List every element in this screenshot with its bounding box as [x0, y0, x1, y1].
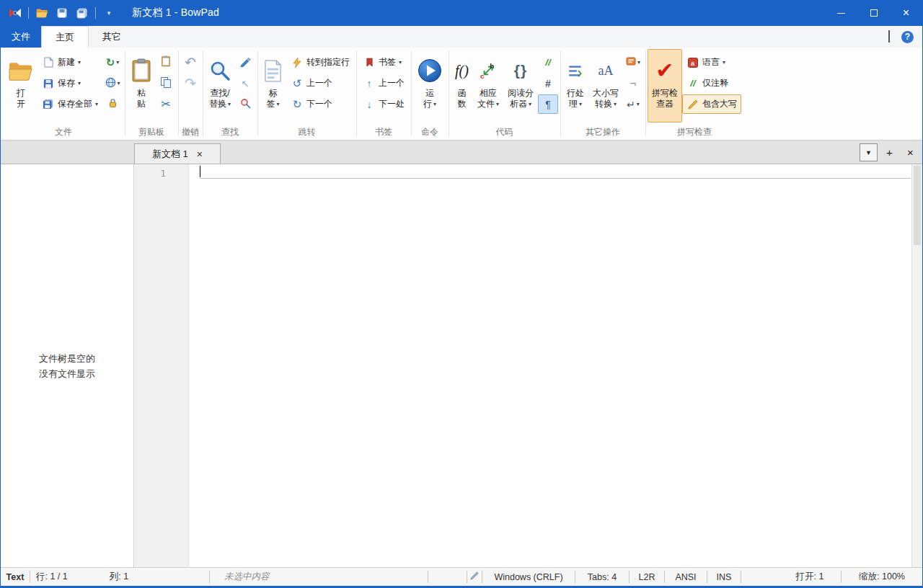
redo-button[interactable]: ↷ — [180, 74, 200, 93]
doc-state-pen-icon — [470, 571, 479, 582]
tab-list-button[interactable]: ▼ — [860, 143, 878, 161]
bookmark-next-button[interactable]: ↓ 下一处 — [358, 94, 409, 114]
goto-line-button[interactable]: 转到指定行 — [286, 53, 354, 72]
status-text-direction[interactable]: L2R — [630, 568, 664, 586]
ribbon-group-code: f() 函 数 hc 相应 文件▾ {} 阅读分 析器▾ — [449, 48, 560, 140]
close-active-tab-button[interactable]: × — [901, 143, 919, 161]
vertical-scrollbar[interactable] — [911, 164, 922, 567]
arrow-up-left-icon: ↖ — [241, 78, 249, 89]
trim-button[interactable]: ¬ — [623, 74, 643, 93]
status-tab-width[interactable]: Tabs: 4 — [575, 568, 629, 586]
svg-text:c: c — [480, 72, 485, 79]
lexer-label-line1: 阅读分 — [508, 88, 534, 99]
document-tab[interactable]: 新文档 1 × — [134, 143, 221, 164]
reload-button[interactable]: ↻ ▾ — [102, 53, 123, 72]
block-comment-button[interactable]: # — [538, 74, 558, 93]
group-label-other-ops: 其它操作 — [562, 127, 643, 139]
bookmark-previous-button[interactable]: ↑ 上一个 — [358, 74, 409, 93]
status-zoom[interactable]: 缩放: 100% — [842, 568, 922, 586]
app-logo-icon[interactable] — [8, 4, 22, 22]
dropdown-caret-icon: ▾ — [579, 99, 582, 110]
globe-icon — [105, 77, 116, 90]
help-button[interactable]: ? — [901, 31, 914, 43]
maximize-button[interactable] — [857, 0, 890, 26]
save-icon — [42, 79, 55, 89]
line-operations-button[interactable]: 行处 理▾ — [562, 49, 588, 122]
tab-file[interactable]: 文件 — [1, 26, 41, 48]
cut-button[interactable]: ✂ — [156, 94, 176, 114]
find-in-files-button[interactable] — [235, 94, 255, 114]
dropdown-caret-icon: ▾ — [116, 59, 119, 66]
tab-bar-spacer — [1, 141, 134, 164]
qa-customize-caret-icon[interactable]: ▾ — [102, 4, 116, 22]
goto-next-label: 下一个 — [306, 98, 332, 110]
ribbon-group-bookmarks: 书签 ▾ ↑ 上一个 ↓ 下一处 书签 — [356, 48, 411, 140]
save-button[interactable]: 保存 ▾ — [37, 74, 102, 93]
dropdown-caret-icon: ▾ — [637, 59, 640, 66]
titlebar-separator — [95, 7, 96, 19]
line-number-gutter[interactable]: 1 — [134, 164, 189, 567]
bookmark-button[interactable]: 书签 ▾ — [358, 53, 409, 72]
collapse-ribbon-button[interactable] — [888, 32, 890, 43]
comments-only-button[interactable]: // 仅注释 — [682, 74, 741, 93]
paste-button[interactable]: 粘 贴 — [127, 49, 156, 122]
scrollbar-thumb[interactable] — [914, 166, 921, 245]
editor-surface[interactable] — [189, 164, 911, 567]
counterpart-file-button[interactable]: hc 相应 文件▾ — [473, 49, 503, 122]
save-all-button[interactable]: 保存全部 ▾ — [37, 94, 102, 114]
tab-other[interactable]: 其它 — [89, 26, 135, 48]
readonly-button[interactable] — [102, 94, 123, 114]
include-uppercase-button[interactable]: 包含大写 — [682, 94, 741, 114]
eol-convert-button[interactable]: ↵ ▾ — [623, 94, 643, 114]
quick-access-toolbar: ▾ — [1, 4, 123, 22]
close-icon: × — [907, 146, 914, 159]
dropdown-caret-icon: ▾ — [723, 59, 725, 66]
encoding-button[interactable]: ▾ — [102, 74, 123, 93]
copy-button[interactable] — [156, 74, 176, 93]
undo-button[interactable]: ↶ — [180, 53, 200, 72]
tag-button[interactable]: 标 签▾ — [260, 49, 286, 122]
highlight-matches-button[interactable] — [235, 53, 255, 72]
ribbon-group-undo: ↶ ↷ 撤销 — [178, 48, 203, 140]
find-previous-button[interactable]: ↖ — [235, 74, 255, 93]
new-file-button[interactable]: 新建 ▾ — [37, 53, 102, 72]
whitespace-toggle-button[interactable]: ¶ — [538, 94, 558, 114]
tabs-spaces-button[interactable]: ▾ — [623, 53, 643, 72]
reload-icon: ↻ — [106, 56, 115, 69]
tab-home[interactable]: 主页 — [41, 26, 89, 48]
qa-save-all-icon[interactable] — [75, 4, 89, 22]
new-tab-button[interactable]: + — [880, 143, 898, 161]
group-label-spellcheck: 拼写检查 — [648, 127, 741, 139]
run-button[interactable]: 运 行▾ — [413, 49, 446, 122]
goto-previous-button[interactable]: ↺ 上一个 — [286, 74, 354, 93]
spell-checker-button[interactable]: ✔ 拼写检 查器 — [648, 49, 682, 122]
line-ops-label-line1: 行处 — [567, 88, 584, 99]
status-typing-mode[interactable]: INS — [707, 568, 741, 586]
paste-special-button[interactable] — [156, 53, 176, 72]
status-encoding[interactable]: ANSI — [665, 568, 707, 586]
status-lexer[interactable]: Text — [1, 568, 30, 586]
lexer-button[interactable]: {} 阅读分 析器▾ — [503, 49, 538, 122]
close-button[interactable]: × — [890, 0, 922, 26]
find-replace-button[interactable]: 查找/ 替换▾ — [205, 49, 235, 122]
status-doc-state-button[interactable] — [467, 568, 482, 586]
status-eol-label: Windows (CRLF) — [494, 572, 562, 582]
run-play-icon — [418, 53, 442, 88]
case-convert-button[interactable]: aA 大小写 转换▾ — [588, 49, 623, 122]
rotate-left-icon: ↺ — [291, 77, 304, 90]
goto-line-label: 转到指定行 — [306, 56, 350, 68]
open-folder-icon — [9, 53, 33, 88]
language-button[interactable]: a 语言 ▾ — [682, 53, 741, 72]
tab-close-icon[interactable]: × — [197, 148, 203, 160]
dropdown-caret-icon: ▾ — [277, 99, 280, 110]
minimize-button[interactable] — [825, 0, 857, 26]
open-button[interactable]: 打 开 — [4, 49, 37, 122]
status-eol[interactable]: Windows (CRLF) — [482, 568, 575, 586]
dropdown-caret-icon: ▾ — [614, 99, 617, 110]
qa-open-icon[interactable] — [35, 4, 49, 22]
text-caret — [200, 166, 200, 177]
functions-button[interactable]: f() 函 数 — [451, 49, 473, 122]
qa-save-icon[interactable] — [55, 4, 69, 22]
goto-next-button[interactable]: ↻ 下一个 — [286, 94, 354, 114]
toggle-comment-button[interactable]: // — [538, 53, 558, 72]
